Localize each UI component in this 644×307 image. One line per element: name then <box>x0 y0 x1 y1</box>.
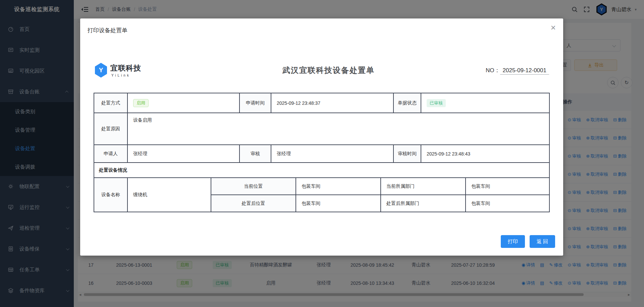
form-label: 设备名称 <box>94 178 127 212</box>
form-label: 当前位置 <box>211 178 296 195</box>
form-label: 处置后位置 <box>211 195 296 212</box>
form-value-audit-time: 2025-09-12 23:48:43 <box>421 145 549 163</box>
form-label: 处置原因 <box>94 113 127 145</box>
form-value-method: 启用 <box>127 93 239 113</box>
form-label: 申请时间 <box>239 93 271 113</box>
modal-footer: 打印 返 回 <box>501 235 555 248</box>
form-value-apply-time: 2025-09-12 23:48:37 <box>271 93 393 113</box>
form-label: 处置方式 <box>94 93 127 113</box>
print-disposal-modal: 打印设备处置单 × Y 宜联科技 YiLink 武汉宜联科技设备处置单 NO：2… <box>80 18 563 256</box>
disposal-form-table-main: 处置方式 启用 申请时间 2025-09-12 23:48:37 单据状态 已审… <box>94 93 550 178</box>
form-label: 申请人 <box>94 145 127 163</box>
form-value-applicant: 张经理 <box>127 145 239 163</box>
form-value-reason: 设备启用 <box>127 113 549 145</box>
modal-title: 打印设备处置单 <box>88 27 127 34</box>
document-number: NO：2025-09-12-0001 <box>486 67 549 74</box>
section-title: 处置设备情况 <box>94 163 549 178</box>
document-title: 武汉宜联科技设备处置单 <box>171 65 486 76</box>
company-logo: Y 宜联科技 YiLink <box>94 63 171 78</box>
form-label: 当前所属部门 <box>381 178 466 195</box>
app-window: 设备巡检监测系统 首页 实时监测 可视化园区 设备台账 设备类别 设备管理 设备… <box>0 0 644 307</box>
form-label: 单据状态 <box>393 93 421 113</box>
logo-name: 宜联科技 <box>110 63 141 73</box>
form-value-status: 已审核 <box>421 93 549 113</box>
document-number-value: 2025-09-12-0001 <box>500 67 549 75</box>
back-button[interactable]: 返 回 <box>530 235 555 248</box>
form-label: 审核时间 <box>393 145 421 163</box>
disposal-form-table-device: 设备名称 缠绕机 当前位置 包装车间 当前所属部门 包装车间 处置后位置 包装车… <box>94 177 550 212</box>
document-header: Y 宜联科技 YiLink 武汉宜联科技设备处置单 NO：2025-09-12-… <box>94 61 549 79</box>
form-value-device: 缠绕机 <box>127 178 211 212</box>
form-value-after-dept: 包装车间 <box>466 195 549 212</box>
form-label: 审核 <box>239 145 271 163</box>
print-button[interactable]: 打印 <box>501 235 525 248</box>
form-value-current-location: 包装车间 <box>296 178 381 195</box>
logo-hexagon-icon: Y <box>94 63 108 78</box>
form-value-current-dept: 包装车间 <box>466 178 549 195</box>
close-icon[interactable]: × <box>551 23 556 32</box>
form-value-auditor: 张经理 <box>271 145 393 163</box>
status-badge: 已审核 <box>427 99 446 107</box>
logo-subtitle: YiLink <box>110 74 141 77</box>
form-label: 处置后所属部门 <box>381 195 466 212</box>
disposal-form: 处置方式 启用 申请时间 2025-09-12 23:48:37 单据状态 已审… <box>94 93 549 212</box>
method-badge: 启用 <box>133 99 149 107</box>
form-value-after-location: 包装车间 <box>296 195 381 212</box>
